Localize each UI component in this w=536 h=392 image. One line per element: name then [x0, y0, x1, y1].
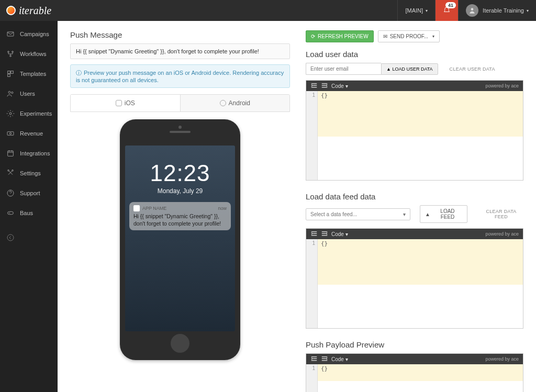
sidebar-item-integrations[interactable]: Integrations	[0, 143, 58, 163]
info-icon: ⓘ	[76, 70, 82, 76]
clear-user-button[interactable]: CLEAR USER DATA	[450, 66, 495, 72]
user-data-editor[interactable]: Code ▾ powered by ace 1 {}	[306, 80, 523, 181]
svg-rect-6	[11, 71, 14, 74]
info-banner: ⓘPreview your push message on an iOS or …	[70, 64, 290, 88]
caret-down-icon: ▾	[527, 8, 529, 13]
notif-body: Hi {{ snippet "Dynamic Greeting" }}, don…	[133, 213, 227, 227]
payload-title: Push Payload Preview	[306, 340, 523, 349]
svg-point-0	[471, 8, 474, 10]
help-icon	[6, 189, 15, 197]
indent-right-icon[interactable]	[321, 356, 328, 362]
lockscreen-time: 12:23	[125, 160, 235, 186]
logo-icon	[6, 6, 16, 15]
user-email-input[interactable]	[306, 63, 381, 75]
svg-point-18	[7, 234, 14, 241]
tab-ios[interactable]: iOS	[71, 95, 180, 111]
powered-by-label: powered by ace	[485, 231, 519, 237]
powered-by-label: powered by ace	[485, 83, 519, 88]
lockscreen-date: Monday, July 29	[125, 187, 235, 195]
code-dropdown[interactable]: Code ▾	[331, 356, 348, 362]
svg-point-9	[12, 92, 13, 93]
topbar: iterable [MAIN]▾ 41 Iterable Training▾	[0, 0, 536, 21]
line-gutter: 1	[306, 91, 318, 180]
avatar-icon	[466, 4, 478, 17]
line-gutter: 1	[306, 239, 318, 328]
money-icon	[6, 129, 15, 138]
caret-down-icon: ▾	[432, 34, 434, 39]
apple-icon	[116, 100, 122, 106]
phone-preview: 12:23 Monday, July 29 APP NAME now Hi {{…	[120, 119, 240, 360]
notification-badge: 41	[445, 2, 456, 8]
svg-rect-17	[8, 211, 14, 214]
sidebar-item-revenue[interactable]: Revenue	[0, 124, 58, 143]
calendar-icon	[6, 149, 15, 158]
tab-android[interactable]: Android	[180, 95, 290, 111]
refresh-icon: ⟳	[311, 33, 315, 39]
code-content[interactable]: {}	[318, 239, 523, 285]
sidebar-item-baus[interactable]: Baus	[0, 203, 58, 223]
envelope-icon	[6, 30, 15, 38]
feed-data-editor[interactable]: Code ▾ powered by ace 1 {}	[306, 228, 523, 329]
indent-left-icon[interactable]	[310, 356, 318, 362]
svg-point-10	[9, 113, 12, 115]
caret-down-icon: ▾	[403, 211, 406, 217]
indent-right-icon[interactable]	[321, 231, 328, 237]
brand-logo[interactable]: iterable	[6, 5, 51, 17]
send-proof-button[interactable]: ✉SEND PROOF...▾	[378, 30, 440, 42]
clear-feed-button[interactable]: CLEAR DATA FEED	[479, 209, 523, 219]
templates-icon	[6, 70, 15, 78]
chevron-left-icon	[6, 233, 15, 242]
indent-left-icon[interactable]	[310, 83, 318, 89]
svg-point-12	[9, 132, 11, 134]
sidebar-item-campaigns[interactable]: Campaigns	[0, 24, 58, 44]
powered-by-label: powered by ace	[485, 356, 519, 362]
svg-point-2	[8, 51, 9, 53]
send-icon: ✉	[383, 33, 387, 39]
load-user-button[interactable]: ▲ LOAD USER DATA	[381, 63, 438, 75]
load-feed-button[interactable]: ▲ LOAD FEED	[420, 205, 467, 223]
notifications-button[interactable]: 41	[435, 0, 458, 21]
indent-left-icon[interactable]	[310, 231, 318, 237]
workflow-icon	[6, 50, 15, 58]
indent-right-icon[interactable]	[321, 83, 328, 89]
code-content[interactable]: {}	[318, 91, 523, 137]
android-icon	[220, 100, 226, 106]
svg-point-8	[8, 91, 10, 93]
sidebar-item-experiments[interactable]: Experiments	[0, 104, 58, 124]
svg-rect-1	[7, 32, 14, 36]
caret-down-icon: ▾	[345, 356, 348, 362]
caret-down-icon: ▾	[345, 231, 348, 237]
sidebar-item-users[interactable]: Users	[0, 84, 58, 104]
gear-icon	[6, 109, 15, 118]
platform-tabs: iOS Android	[70, 94, 290, 112]
caret-down-icon: ▾	[345, 83, 348, 89]
sidebar-collapse[interactable]	[0, 228, 58, 247]
sidebar-item-workflows[interactable]: Workflows	[0, 44, 58, 64]
svg-rect-5	[8, 71, 10, 74]
code-dropdown[interactable]: Code ▾	[331, 83, 348, 89]
svg-point-4	[10, 55, 12, 57]
payload-editor[interactable]: Code ▾ powered by ace 1 {}	[306, 353, 523, 392]
code-content[interactable]: {}	[318, 364, 523, 381]
users-icon	[6, 89, 15, 98]
push-message-title: Push Message	[70, 30, 290, 39]
sidebar-item-settings[interactable]: Settings	[0, 163, 58, 183]
user-menu[interactable]: Iterable Training▾	[458, 0, 536, 21]
sidebar-item-support[interactable]: Support	[0, 183, 58, 203]
refresh-preview-button[interactable]: ⟳REFRESH PREVIEW	[306, 30, 374, 42]
svg-point-3	[12, 51, 14, 53]
code-dropdown[interactable]: Code ▾	[331, 231, 348, 237]
main-dropdown[interactable]: [MAIN]▾	[397, 0, 435, 21]
notif-app-icon	[133, 205, 140, 211]
line-gutter: 1	[306, 364, 318, 392]
game-icon	[6, 209, 15, 217]
svg-rect-11	[7, 132, 14, 136]
notification-card: APP NAME now Hi {{ snippet "Dynamic Gree…	[129, 202, 231, 230]
load-user-title: Load user data	[306, 50, 523, 59]
sidebar: Campaigns Workflows Templates Users Expe…	[0, 21, 58, 392]
data-feed-select[interactable]: Select a data feed...▾	[306, 208, 410, 220]
notif-app-name: APP NAME	[142, 206, 166, 211]
sidebar-item-templates[interactable]: Templates	[0, 64, 58, 84]
svg-rect-13	[8, 151, 14, 156]
message-text-box: Hi {{ snippet "Dynamic Greeting" }}, don…	[70, 43, 290, 59]
